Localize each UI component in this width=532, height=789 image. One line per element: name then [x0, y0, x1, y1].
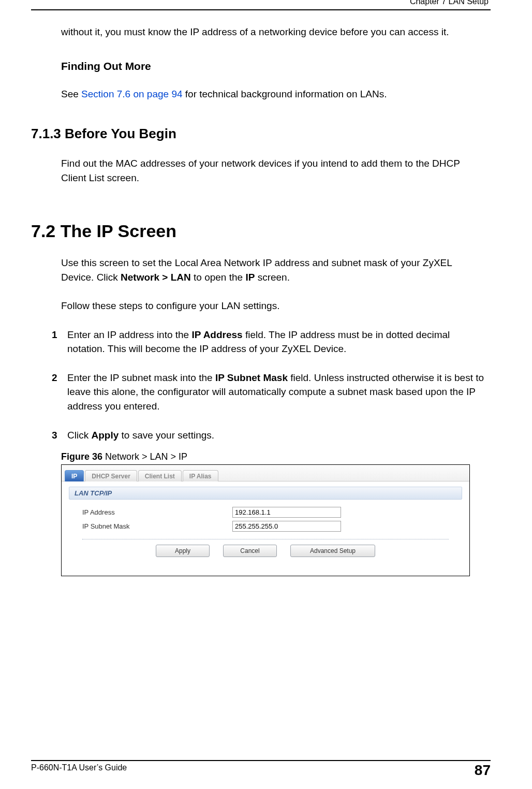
footer-rule	[31, 760, 491, 761]
tab-client-list[interactable]: Client List	[138, 470, 182, 481]
body-7-1-3: Find out the MAC addresses of your netwo…	[61, 156, 485, 185]
advanced-setup-button[interactable]: Advanced Setup	[290, 545, 375, 557]
fom-pre: See	[61, 89, 81, 99]
fom-link[interactable]: Section 7.6 on page 94	[81, 89, 182, 99]
intro-continued: without it, you must know the IP address…	[61, 25, 485, 39]
fom-post: for technical background information on …	[183, 89, 387, 99]
footer-guide-title: P-660N-T1A User’s Guide	[31, 763, 127, 772]
page-footer: P-660N-T1A User’s Guide 87	[31, 760, 491, 779]
figure-label: Figure 36	[61, 451, 102, 462]
label-ip-subnet-mask: IP Subnet Mask	[82, 522, 232, 530]
button-row: Apply Cancel Advanced Setup	[62, 545, 469, 557]
row-ip-address: IP Address	[82, 507, 462, 518]
step-text: Enter an IP address into the IP Address …	[67, 328, 485, 356]
form-area: IP Address IP Subnet Mask	[82, 507, 462, 532]
s72-p1-bold1: Network > LAN	[121, 272, 191, 283]
tab-ip-alias[interactable]: IP Alias	[183, 470, 218, 481]
step-1: 1 Enter an IP address into the IP Addres…	[52, 328, 485, 356]
heading-7-2: 7.2 The IP Screen	[31, 221, 491, 241]
page-number: 87	[475, 762, 491, 779]
input-ip-address[interactable]	[232, 507, 341, 518]
step-3: 3 Click Apply to save your settings.	[52, 428, 485, 443]
step-bold: IP Subnet Mask	[215, 372, 288, 383]
step-num: 3	[52, 428, 67, 443]
heading-7-1-3: 7.1.3 Before You Begin	[31, 126, 491, 142]
figure-screenshot: IP DHCP Server Client List IP Alias LAN …	[61, 464, 470, 576]
tab-dhcp-server[interactable]: DHCP Server	[85, 470, 137, 481]
step-post: to save your settings.	[119, 430, 214, 441]
s72-p1: Use this screen to set the Local Area Ne…	[61, 256, 485, 284]
finding-out-more-body: See Section 7.6 on page 94 for technical…	[61, 87, 485, 101]
top-rule	[31, 9, 491, 10]
s72-p2: Follow these steps to configure your LAN…	[61, 299, 485, 313]
row-ip-subnet-mask: IP Subnet Mask	[82, 521, 462, 532]
figure-caption: Figure 36 Network > LAN > IP	[61, 451, 491, 462]
step-bold: Apply	[91, 430, 119, 441]
s72-p1-bold2: IP	[245, 272, 255, 283]
chapter-header: Chapter 7 LAN Setup	[31, 0, 491, 6]
step-num: 1	[52, 328, 67, 356]
input-ip-subnet-mask[interactable]	[232, 521, 341, 532]
s72-p1-mid: to open the	[191, 272, 246, 283]
step-num: 2	[52, 371, 67, 414]
s72-p1-post: screen.	[255, 272, 290, 283]
step-text: Enter the IP subnet mask into the IP Sub…	[67, 371, 485, 414]
label-ip-address: IP Address	[82, 508, 232, 516]
step-text: Click Apply to save your settings.	[67, 428, 485, 443]
cancel-button[interactable]: Cancel	[223, 545, 277, 557]
tab-bar: IP DHCP Server Client List IP Alias	[62, 465, 469, 481]
figure-caption-text: Network > LAN > IP	[102, 451, 187, 462]
step-2: 2 Enter the IP subnet mask into the IP S…	[52, 371, 485, 414]
step-pre: Enter the IP subnet mask into the	[67, 372, 215, 383]
step-pre: Click	[67, 430, 91, 441]
apply-button[interactable]: Apply	[156, 545, 210, 557]
step-bold: IP Address	[191, 329, 242, 340]
dotted-separator	[82, 539, 449, 539]
tab-ip[interactable]: IP	[65, 470, 84, 481]
finding-out-more-heading: Finding Out More	[61, 60, 491, 72]
section-banner-lan-tcpip: LAN TCP/IP	[69, 487, 462, 500]
step-pre: Enter an IP address into the	[67, 329, 191, 340]
